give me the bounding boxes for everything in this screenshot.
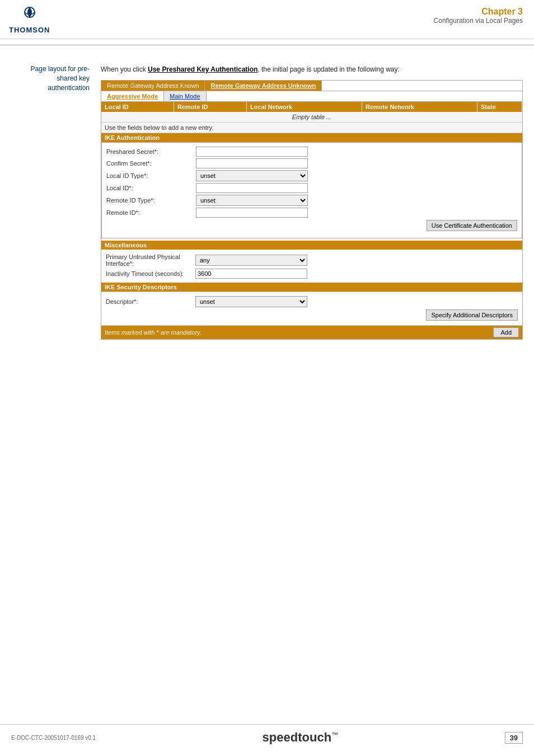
mode-tab-row: Aggressive Mode Main Mode — [101, 91, 522, 102]
fields-notice: Use the fields below to add a new entry. — [101, 123, 522, 133]
local-id-type-row: Local ID Type*: unset — [106, 170, 517, 181]
company-name: THOMSON — [9, 26, 50, 34]
chapter-area: Chapter 3 Configuration via Local Pages — [434, 7, 523, 25]
remote-id-type-row: Remote ID Type*: unset — [106, 195, 517, 206]
brand-bold: touch — [298, 730, 331, 744]
inactivity-timeout-row: Inactivity Timeout (seconds): — [106, 269, 518, 279]
tab-remote-gateway-known[interactable]: Remote Gateway Address Known — [101, 81, 205, 91]
tab-aggressive-mode[interactable]: Aggressive Mode — [101, 91, 164, 101]
col-remote-id: Remote ID — [174, 102, 247, 112]
descriptor-select[interactable]: unset — [195, 296, 307, 307]
form-panel: Remote Gateway Address Known Remote Gate… — [101, 80, 523, 340]
page-number: 39 — [505, 732, 523, 744]
tab-main-mode[interactable]: Main Mode — [164, 91, 206, 101]
intro-paragraph: When you click Use Preshared Key Authent… — [101, 64, 523, 74]
chapter-title: Chapter 3 — [434, 7, 523, 17]
remote-id-type-select[interactable]: unset — [196, 195, 308, 206]
brand-light: speed — [263, 730, 298, 744]
sidebar-description: Page layout for pre- shared key authenti… — [11, 64, 101, 340]
preshared-secret-input[interactable] — [196, 147, 308, 157]
col-remote-network: Remote Network — [362, 102, 477, 112]
add-button[interactable]: Add — [493, 327, 519, 337]
confirm-secret-input[interactable] — [196, 158, 308, 168]
table-empty-msg: Empty table ... — [101, 112, 522, 123]
chapter-subtitle: Configuration via Local Pages — [434, 17, 523, 25]
form-footer-row: Items marked with * are mandatory. Add — [101, 325, 522, 339]
preshared-secret-label: Preshared Secret*: — [106, 148, 196, 155]
descriptor-row: Descriptor*: unset — [106, 296, 518, 307]
remote-id-type-label: Remote ID Type*: — [106, 197, 196, 204]
descriptor-label: Descriptor*: — [106, 298, 195, 305]
primary-interface-label: Primary Untrusted Physical Interface*: — [106, 253, 195, 267]
ike-auth-section-header: IKE Authentication — [101, 133, 522, 142]
page-footer: E-DOC-CTC-20051017-0169 v0.1 speedtouch™… — [0, 724, 534, 745]
local-id-row: Local ID*: — [106, 183, 517, 193]
remote-id-label: Remote ID*: — [106, 209, 196, 216]
brand-logo: speedtouch™ — [263, 730, 338, 745]
local-id-type-label: Local ID Type*: — [106, 172, 196, 179]
local-id-label: Local ID*: — [106, 185, 196, 191]
primary-interface-select[interactable]: any — [195, 255, 307, 266]
confirm-secret-label: Confirm Secret*: — [106, 160, 196, 167]
col-state: State — [477, 102, 522, 112]
specify-descriptors-button[interactable]: Specify Additional Descriptors — [426, 309, 518, 321]
brand-tm: ™ — [331, 731, 338, 739]
col-local-network: Local Network — [247, 102, 362, 112]
remote-id-row: Remote ID*: — [106, 208, 517, 218]
primary-interface-row: Primary Untrusted Physical Interface*: a… — [106, 253, 518, 267]
confirm-secret-row: Confirm Secret*: — [106, 158, 517, 168]
misc-section-body: Primary Untrusted Physical Interface*: a… — [101, 250, 522, 283]
doc-reference: E-DOC-CTC-20051017-0169 v0.1 — [11, 735, 96, 741]
content-area: When you click Use Preshared Key Authent… — [101, 64, 523, 340]
col-local-id: Local ID — [101, 102, 174, 112]
preshared-key-link[interactable]: Use Preshared Key Authentication — [148, 65, 257, 73]
local-id-type-select[interactable]: unset — [196, 170, 308, 181]
table-header: Local ID Remote ID Local Network Remote … — [101, 102, 522, 112]
security-desc-body: Descriptor*: unset Specify Additional De… — [101, 292, 522, 325]
logo-area: THOMSON — [9, 7, 50, 34]
tab-remote-gateway-unknown[interactable]: Remote Gateway Address Unknown — [205, 81, 322, 91]
cert-auth-button[interactable]: Use Certificate Authentication — [427, 220, 517, 231]
inactivity-input[interactable] — [195, 269, 307, 279]
gateway-tab-row: Remote Gateway Address Known Remote Gate… — [101, 81, 522, 91]
main-content: Page layout for pre- shared key authenti… — [0, 53, 534, 340]
page-header: THOMSON Chapter 3 Configuration via Loca… — [0, 0, 534, 39]
remote-id-input[interactable] — [196, 208, 308, 218]
ike-auth-body: Preshared Secret*: Confirm Secret*: Loca… — [101, 142, 522, 238]
preshared-secret-row: Preshared Secret*: — [106, 147, 517, 157]
thomson-logo-icon — [18, 7, 41, 25]
security-desc-section-header: IKE Security Descriptors — [101, 283, 522, 292]
misc-section-header: Miscellaneous — [101, 241, 522, 250]
mandatory-note: Items marked with * are mandatory. — [105, 329, 202, 336]
inactivity-label: Inactivity Timeout (seconds): — [106, 270, 195, 277]
local-id-input[interactable] — [196, 183, 308, 193]
